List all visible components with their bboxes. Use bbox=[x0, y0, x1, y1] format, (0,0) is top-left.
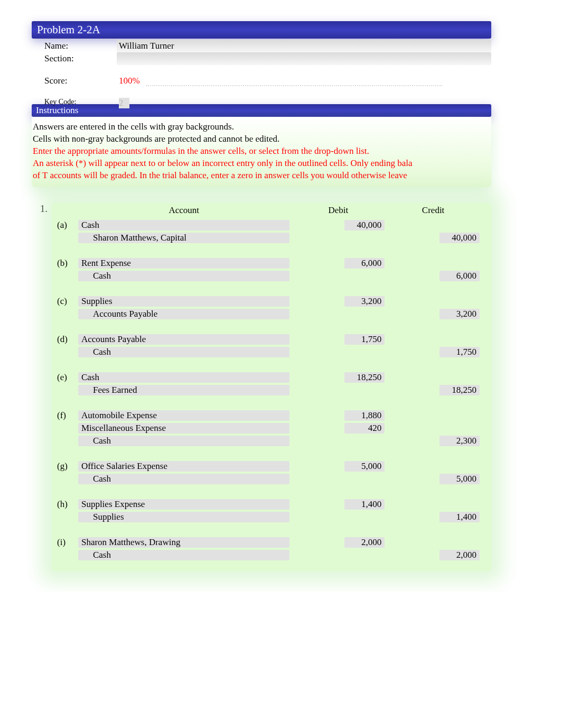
name-label: Name: bbox=[32, 40, 117, 52]
entry-letter: (e) bbox=[56, 371, 77, 384]
account-cell[interactable]: Cash bbox=[78, 372, 289, 383]
problem-title-bar: Problem 2-2A bbox=[32, 21, 491, 39]
journal-row: (g)Office Salaries Expense5,000 bbox=[56, 460, 481, 473]
entry-letter bbox=[56, 308, 77, 320]
journal-row: Cash5,000 bbox=[56, 473, 481, 485]
debit-cell[interactable]: 40,000 bbox=[344, 220, 385, 231]
entry-letter bbox=[56, 422, 77, 435]
journal-row: (b)Rent Expense6,000 bbox=[56, 257, 481, 270]
instruction-line-1: Answers are entered in the cells with gr… bbox=[33, 121, 490, 133]
debit-cell[interactable]: 1,750 bbox=[344, 334, 385, 345]
score-underline bbox=[146, 85, 442, 86]
spacer-row bbox=[56, 320, 481, 333]
credit-cell[interactable]: 5,000 bbox=[440, 474, 480, 484]
account-cell[interactable]: Cash bbox=[78, 220, 289, 231]
journal-row: (c)Supplies3,200 bbox=[56, 295, 481, 308]
student-info-table: Name: William Turner Section: Score: 100… bbox=[32, 40, 491, 109]
journal-row: (d)Accounts Payable1,750 bbox=[56, 333, 481, 346]
account-cell[interactable]: Supplies bbox=[78, 296, 289, 307]
account-cell[interactable]: Miscellaneous Expense bbox=[78, 423, 289, 434]
journal-row: Cash6,000 bbox=[56, 270, 481, 282]
debit-cell[interactable]: 1,400 bbox=[344, 499, 385, 510]
account-cell[interactable]: Automobile Expense bbox=[78, 410, 289, 421]
journal-row: Cash1,750 bbox=[56, 346, 481, 358]
journal-row: (f)Automobile Expense1,880 bbox=[56, 409, 481, 422]
spacer-row bbox=[56, 397, 481, 409]
question-number: 1. bbox=[32, 203, 52, 215]
account-cell[interactable]: Cash bbox=[78, 436, 289, 446]
instruction-line-5: of T accounts will be graded. In the tri… bbox=[33, 170, 490, 182]
col-header-account: Account bbox=[77, 203, 291, 219]
journal-row: (i)Sharon Matthews, Drawing2,000 bbox=[56, 536, 481, 549]
score-text: 100% bbox=[119, 76, 140, 86]
credit-cell[interactable]: 6,000 bbox=[440, 271, 480, 281]
account-cell[interactable]: Accounts Payable bbox=[78, 309, 289, 319]
score-value: 100% bbox=[117, 75, 491, 87]
entry-letter: (f) bbox=[56, 409, 77, 422]
journal-table: Account Debit Credit (a)Cash40,000Sharon… bbox=[56, 203, 481, 561]
spacer-row bbox=[56, 523, 481, 536]
credit-cell[interactable]: 1,400 bbox=[440, 512, 480, 522]
spacer-row bbox=[56, 358, 481, 371]
instructions-block: Answers are entered in the cells with gr… bbox=[32, 117, 491, 187]
account-cell[interactable]: Supplies bbox=[78, 512, 289, 522]
instruction-line-4: An asterisk (*) will appear next to or b… bbox=[33, 158, 490, 170]
debit-cell[interactable]: 5,000 bbox=[344, 461, 385, 472]
entry-letter: (i) bbox=[56, 536, 77, 549]
debit-cell[interactable]: 1,880 bbox=[344, 410, 385, 421]
debit-cell[interactable]: 6,000 bbox=[344, 258, 385, 269]
entry-letter: (d) bbox=[56, 333, 77, 346]
spacer-row bbox=[56, 244, 481, 257]
account-cell[interactable]: Sharon Matthews, Drawing bbox=[78, 537, 289, 548]
journal-row: Miscellaneous Expense420 bbox=[56, 422, 481, 435]
col-header-debit: Debit bbox=[291, 203, 386, 219]
journal-row: (e)Cash18,250 bbox=[56, 371, 481, 384]
journal-row: Cash2,300 bbox=[56, 435, 481, 447]
account-cell[interactable]: Accounts Payable bbox=[78, 334, 289, 345]
entry-letter: (c) bbox=[56, 295, 77, 308]
journal-row: Accounts Payable3,200 bbox=[56, 308, 481, 320]
account-cell[interactable]: Cash bbox=[78, 474, 289, 484]
entry-letter bbox=[56, 346, 77, 358]
account-cell[interactable]: Supplies Expense bbox=[78, 499, 289, 510]
entry-letter: (g) bbox=[56, 460, 77, 473]
journal-row: Cash2,000 bbox=[56, 549, 481, 561]
debit-cell[interactable]: 3,200 bbox=[344, 296, 385, 307]
name-field[interactable]: William Turner bbox=[117, 40, 491, 52]
entry-letter: (h) bbox=[56, 498, 77, 511]
account-cell[interactable]: Fees Earned bbox=[78, 385, 289, 395]
credit-cell[interactable]: 2,300 bbox=[440, 436, 480, 446]
credit-cell[interactable]: 2,000 bbox=[440, 550, 480, 560]
debit-cell[interactable]: 420 bbox=[344, 423, 385, 434]
account-cell[interactable]: Cash bbox=[78, 550, 289, 560]
problem-title: Problem 2-2A bbox=[37, 23, 100, 36]
journal-row: Fees Earned18,250 bbox=[56, 384, 481, 397]
debit-cell[interactable]: 2,000 bbox=[344, 537, 385, 548]
instructions-title: Instructions bbox=[36, 105, 78, 115]
entry-letter: (b) bbox=[56, 257, 77, 270]
account-cell[interactable]: Sharon Matthews, Capital bbox=[78, 233, 289, 243]
credit-cell[interactable]: 18,250 bbox=[440, 385, 480, 395]
entry-letter bbox=[56, 435, 77, 447]
entry-letter bbox=[56, 511, 77, 523]
journal-row: (a)Cash40,000 bbox=[56, 219, 481, 232]
entry-letter bbox=[56, 549, 77, 561]
journal-row: Sharon Matthews, Capital40,000 bbox=[56, 232, 481, 244]
instructions-title-bar: Instructions bbox=[32, 104, 491, 117]
section-field[interactable] bbox=[117, 52, 491, 65]
credit-cell[interactable]: 40,000 bbox=[440, 233, 480, 243]
entry-letter bbox=[56, 384, 77, 397]
journal-panel: Account Debit Credit (a)Cash40,000Sharon… bbox=[52, 203, 491, 571]
spacer-row bbox=[56, 282, 481, 295]
debit-cell[interactable]: 18,250 bbox=[344, 372, 385, 383]
entry-letter bbox=[56, 473, 77, 485]
journal-row: (h)Supplies Expense1,400 bbox=[56, 498, 481, 511]
credit-cell[interactable]: 3,200 bbox=[440, 309, 480, 319]
account-cell[interactable]: Cash bbox=[78, 347, 289, 357]
credit-cell[interactable]: 1,750 bbox=[440, 347, 480, 357]
account-cell[interactable]: Cash bbox=[78, 271, 289, 281]
account-cell[interactable]: Office Salaries Expense bbox=[78, 461, 289, 472]
instruction-line-2: Cells with non-gray backgrounds are prot… bbox=[33, 133, 490, 145]
account-cell[interactable]: Rent Expense bbox=[78, 258, 289, 269]
keycode-value[interactable]: 2 bbox=[119, 98, 129, 108]
